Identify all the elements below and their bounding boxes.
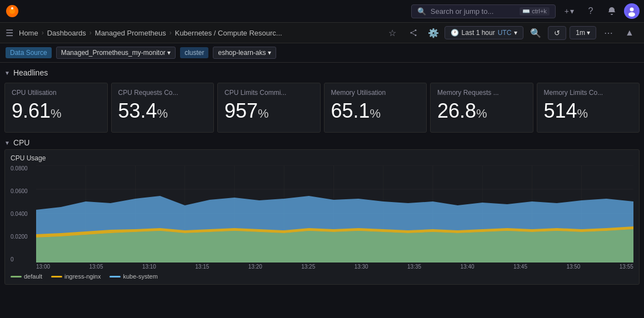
cpu-label: CPU <box>13 138 30 147</box>
search-placeholder: Search or jump to... <box>431 7 493 16</box>
breadcrumb-sep-2: › <box>89 29 92 37</box>
chart-svg <box>36 165 633 263</box>
chart-panel: CPU Usage 0.0800 0.0600 0.0400 0.0200 0 <box>4 149 640 285</box>
x-axis: 13:00 13:05 13:10 13:15 13:20 13:25 13:3… <box>36 263 633 270</box>
metric-card-title: CPU Utilisation <box>12 89 101 97</box>
metric-card-value: 65.1% <box>331 101 420 121</box>
legend-color-swatch <box>51 276 62 277</box>
metric-card-value: 957% <box>224 101 313 121</box>
metric-card: Memory Limits Co... 514% <box>537 83 640 133</box>
legend-item: ingress-nginx <box>51 273 101 280</box>
svg-point-4 <box>630 8 634 12</box>
metric-card: Memory Requests ... 26.8% <box>430 83 533 133</box>
breadcrumb-actions: ☆ ⚙️ 🕐 Last 1 hour UTC ▾ 🔍 ↺ 1m ▾ ⋯ ▲ <box>383 24 638 42</box>
svg-point-5 <box>628 12 635 17</box>
settings-button[interactable]: ⚙️ <box>426 26 441 41</box>
grafana-logo[interactable] <box>4 3 20 19</box>
metric-card-title: Memory Utilisation <box>331 89 420 97</box>
metric-card-title: CPU Requests Co... <box>118 89 207 97</box>
main-content: ▼ Headlines CPU Utilisation 9.61% CPU Re… <box>0 63 644 288</box>
search-bar[interactable]: 🔍 Search or jump to... ⌨️ ctrl+k <box>411 4 556 18</box>
chart-legend: default ingress-nginx kube-system <box>11 273 633 280</box>
legend-label: ingress-nginx <box>64 273 101 280</box>
top-nav: 🔍 Search or jump to... ⌨️ ctrl+k + ▾ ? <box>0 0 644 23</box>
metric-card-title: Memory Limits Co... <box>544 89 633 97</box>
more-button[interactable]: ⋯ <box>600 24 617 42</box>
filter-bar: Data Source Managed_Prometheus_my-monito… <box>0 43 644 63</box>
time-range-button[interactable]: 🕐 Last 1 hour UTC ▾ <box>445 26 524 39</box>
legend-label: default <box>24 273 42 280</box>
breadcrumb-home[interactable]: Home <box>19 29 38 37</box>
metric-card: CPU Limits Commi... 957% <box>217 83 321 133</box>
metric-card: Memory Utilisation 65.1% <box>324 83 427 133</box>
metrics-row: CPU Utilisation 9.61% CPU Requests Co...… <box>4 83 640 133</box>
avatar[interactable] <box>624 3 640 19</box>
legend-color-swatch <box>109 276 121 277</box>
refresh-button[interactable]: ↺ <box>548 26 566 40</box>
metric-card-value: 514% <box>544 101 633 121</box>
legend-item: kube-system <box>109 273 157 280</box>
svg-point-8 <box>415 34 416 36</box>
cpu-section: ▼ CPU CPU Usage 0.0800 0.0600 0.0400 0.0… <box>4 136 640 285</box>
svg-point-7 <box>410 32 412 34</box>
search-shortcut: ⌨️ ctrl+k <box>520 7 550 16</box>
collapse-button[interactable]: ▲ <box>621 24 638 42</box>
cluster-dropdown[interactable]: eshop-learn-aks ▾ <box>213 47 276 59</box>
cpu-section-header[interactable]: ▼ CPU <box>4 136 640 149</box>
metric-card-value: 26.8% <box>437 101 526 121</box>
breadcrumb-bar: ☰ Home › Dashboards › Managed Prometheus… <box>0 23 644 43</box>
svg-marker-28 <box>36 229 633 263</box>
headlines-chevron: ▼ <box>4 70 10 76</box>
svg-point-2 <box>11 7 13 9</box>
chart-area: 13:00 13:05 13:10 13:15 13:20 13:25 13:3… <box>36 165 633 270</box>
metric-card-title: CPU Limits Commi... <box>224 89 313 97</box>
add-button[interactable]: + ▾ <box>560 4 578 18</box>
svg-line-9 <box>412 31 415 32</box>
data-source-dropdown[interactable]: Managed_Prometheus_my-monitor ▾ <box>56 47 176 59</box>
chart-title: CPU Usage <box>11 154 633 162</box>
metric-card-value: 9.61% <box>12 101 101 121</box>
headlines-section-header[interactable]: ▼ Headlines <box>4 66 640 79</box>
legend-color-swatch <box>11 276 22 277</box>
cpu-chevron: ▼ <box>4 140 10 146</box>
svg-line-10 <box>412 33 415 35</box>
help-button[interactable]: ? <box>582 2 600 20</box>
breadcrumb-sep-1: › <box>42 29 44 37</box>
svg-point-6 <box>415 29 416 31</box>
breadcrumb-dashboards[interactable]: Dashboards <box>47 29 86 37</box>
search-icon: 🔍 <box>417 7 426 16</box>
metric-card-title: Memory Requests ... <box>437 89 526 97</box>
breadcrumb-current: Kubernetes / Compute Resourc... <box>175 29 282 37</box>
cluster-label: cluster <box>180 47 208 58</box>
data-source-label: Data Source <box>6 47 52 58</box>
interval-button[interactable]: 1m ▾ <box>570 26 596 39</box>
breadcrumb-section[interactable]: Managed Prometheus <box>95 29 166 37</box>
legend-item: default <box>11 273 42 280</box>
metric-card: CPU Utilisation 9.61% <box>4 83 108 133</box>
legend-label: kube-system <box>123 273 157 280</box>
headlines-label: Headlines <box>13 68 48 77</box>
zoom-out-button[interactable]: 🔍 <box>527 24 545 42</box>
metric-card-value: 53.4% <box>118 101 207 121</box>
hamburger-menu[interactable]: ☰ <box>6 28 13 38</box>
breadcrumb-sep-3: › <box>169 29 172 37</box>
y-axis: 0.0800 0.0600 0.0400 0.0200 0 <box>11 165 36 263</box>
metric-card: CPU Requests Co... 53.4% <box>111 83 214 133</box>
star-button[interactable]: ☆ <box>383 24 401 42</box>
top-nav-actions: + ▾ ? <box>560 2 640 20</box>
share-button[interactable] <box>405 24 422 42</box>
notifications-button[interactable] <box>603 2 621 20</box>
